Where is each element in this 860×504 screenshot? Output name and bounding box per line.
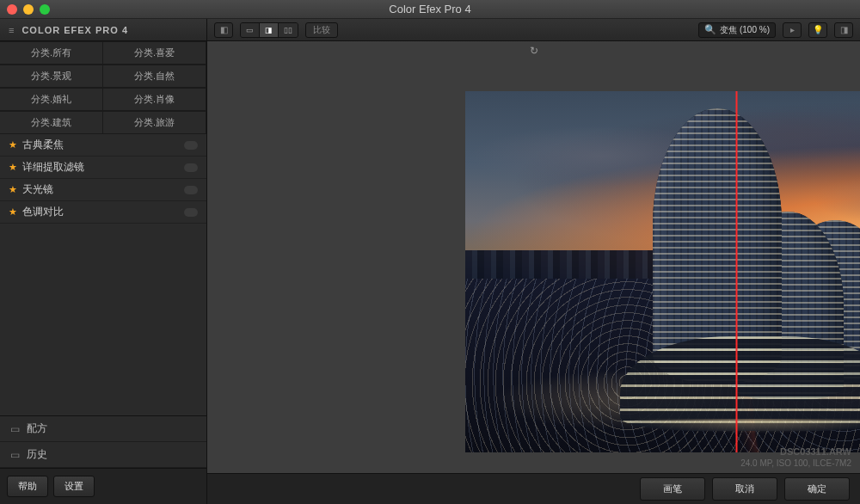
recipe-icon: ▭ — [10, 423, 20, 435]
window-traffic-lights — [7, 4, 50, 15]
zoom-label: 变焦 (100 %) — [720, 24, 770, 36]
view-single-button[interactable]: ▭ — [241, 23, 260, 37]
filter-label: 天光镜 — [22, 182, 53, 197]
filter-item-detail-extractor[interactable]: ★ 详细提取滤镜 — [0, 157, 206, 179]
filter-list: ★ 古典柔焦 ★ 详细提取滤镜 ★ 天光镜 ★ 色调对比 — [0, 134, 206, 415]
favorite-star-icon[interactable]: ★ — [9, 206, 17, 218]
ok-button[interactable]: 确定 — [784, 477, 850, 501]
filter-item-tonal-contrast[interactable]: ★ 色调对比 — [0, 201, 206, 224]
search-icon: 🔍 — [704, 24, 716, 35]
category-travel[interactable]: 分类.旅游 — [103, 111, 206, 134]
panel-left-icon: ◧ — [220, 25, 228, 34]
side-by-side-icon: ▯▯ — [284, 26, 292, 34]
filter-list-icon: ≡ — [9, 25, 15, 35]
filter-label: 古典柔焦 — [22, 138, 64, 152]
image-preview[interactable] — [465, 91, 860, 452]
image-metadata: DSC03311.ARW 24.0 MP, ISO 100, ILCE-7M2 — [740, 446, 851, 470]
sidebar: ≡ COLOR EFEX PRO 4 分类.所有 分类.喜爱 分类.景观 分类.… — [0, 19, 207, 504]
maximize-window-button[interactable] — [40, 4, 50, 15]
split-divider[interactable] — [736, 91, 737, 452]
view-sidebyside-button[interactable]: ▯▯ — [279, 23, 298, 37]
filter-preview-icon[interactable] — [184, 163, 198, 172]
favorite-star-icon[interactable]: ★ — [9, 162, 17, 173]
category-portrait[interactable]: 分类.肖像 — [103, 88, 206, 111]
category-favorites[interactable]: 分类.喜爱 — [103, 41, 206, 65]
action-bar: 画笔 取消 确定 — [207, 473, 860, 504]
category-grid: 分类.所有 分类.喜爱 分类.景观 分类.自然 分类.婚礼 分类.肖像 分类.建… — [0, 41, 206, 134]
view-split-button[interactable]: ◨ — [260, 23, 279, 37]
filter-preview-icon[interactable] — [184, 186, 198, 194]
filter-preview-icon[interactable] — [184, 141, 198, 150]
filter-item-classic-soft-focus[interactable]: ★ 古典柔焦 — [0, 134, 206, 157]
preview-canvas[interactable]: ↻ DSC03311.ARW 24.0 MP, ISO 100, ILCE-7M… — [207, 41, 860, 473]
sidebar-bottom: ▭ 配方 ▭ 历史 帮助 设置 — [0, 415, 206, 504]
lightbulb-icon: 💡 — [813, 25, 823, 34]
brush-button[interactable]: 画笔 — [640, 477, 705, 501]
category-wedding[interactable]: 分类.婚礼 — [0, 88, 103, 111]
panel-right-icon: ◨ — [840, 25, 848, 34]
history-label: 历史 — [27, 447, 47, 462]
zoom-menu-button[interactable]: ▸ — [783, 22, 802, 38]
chevron-right-icon: ▸ — [790, 25, 795, 34]
single-view-icon: ▭ — [246, 26, 254, 34]
view-mode-segmented: ▭ ◨ ▯▯ — [240, 22, 298, 38]
filter-item-skylight[interactable]: ★ 天光镜 — [0, 179, 206, 201]
category-all[interactable]: 分类.所有 — [0, 41, 103, 65]
cancel-button[interactable]: 取消 — [712, 477, 777, 501]
favorite-star-icon[interactable]: ★ — [9, 139, 17, 151]
window-titlebar: Color Efex Pro 4 — [0, 0, 860, 19]
content-area: ◧ ▭ ◨ ▯▯ 比较 🔍 变焦 (100 %) ▸ 💡 ◨ ↻ — [207, 19, 860, 504]
settings-button[interactable]: 设置 — [53, 476, 95, 497]
content-toolbar: ◧ ▭ ◨ ▯▯ 比较 🔍 变焦 (100 %) ▸ 💡 ◨ — [207, 19, 860, 41]
panel-toggle-right-button[interactable]: ◨ — [834, 22, 853, 38]
favorite-star-icon[interactable]: ★ — [9, 184, 17, 195]
filter-label: 色调对比 — [22, 205, 64, 219]
panel-toggle-left-button[interactable]: ◧ — [214, 22, 233, 38]
rotate-icon[interactable]: ↻ — [530, 45, 538, 57]
category-nature[interactable]: 分类.自然 — [103, 65, 206, 88]
history-icon: ▭ — [10, 449, 20, 461]
lightbulb-tips-button[interactable]: 💡 — [808, 22, 827, 38]
filter-preview-icon[interactable] — [184, 208, 198, 217]
compare-button[interactable]: 比较 — [305, 22, 338, 38]
filter-label: 详细提取滤镜 — [22, 160, 84, 175]
close-window-button[interactable] — [7, 4, 17, 15]
recipe-row[interactable]: ▭ 配方 — [0, 416, 206, 442]
recipe-label: 配方 — [27, 421, 47, 436]
split-view-icon: ◨ — [265, 26, 273, 34]
image-info: 24.0 MP, ISO 100, ILCE-7M2 — [740, 458, 851, 470]
category-landscape[interactable]: 分类.景观 — [0, 65, 103, 88]
minimize-window-button[interactable] — [23, 4, 34, 15]
image-filename: DSC03311.ARW — [740, 446, 851, 458]
history-row[interactable]: ▭ 历史 — [0, 442, 206, 468]
window-title: Color Efex Pro 4 — [0, 3, 860, 15]
sidebar-footer: 帮助 设置 — [0, 468, 206, 504]
sidebar-title: COLOR EFEX PRO 4 — [22, 25, 128, 35]
sidebar-header: ≡ COLOR EFEX PRO 4 — [0, 19, 206, 41]
help-button[interactable]: 帮助 — [7, 476, 48, 497]
zoom-control[interactable]: 🔍 变焦 (100 %) — [698, 22, 776, 38]
category-architecture[interactable]: 分类.建筑 — [0, 111, 103, 134]
image-tower-base — [620, 336, 860, 431]
